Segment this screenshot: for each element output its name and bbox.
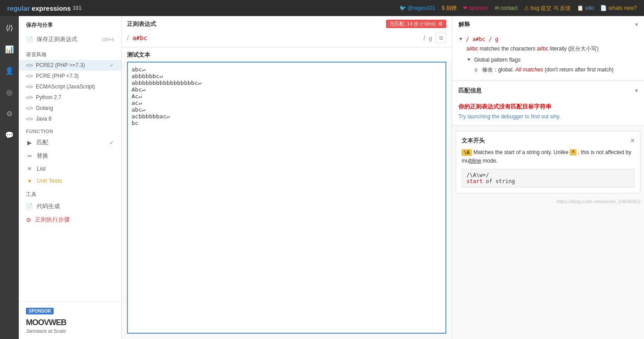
lang-item-java[interactable]: </> Java 8 — [19, 113, 121, 124]
lang-label: PCRE (PHP <7.3) — [36, 73, 79, 79]
sidebar-icon-settings[interactable]: ⚙ — [2, 106, 17, 121]
no-match-text: 无匹配, 14 步 (~0ms) — [390, 21, 436, 27]
sponsor-section: SPONSOR MOOVWEB Jamstack at Scale — [19, 301, 121, 339]
func-label: 替换 — [37, 152, 48, 160]
match-icon: ▶ — [26, 139, 33, 146]
tool-codegen[interactable]: 📄 代码生成 — [19, 200, 121, 213]
left-panel: 保存与分享 📄 保存正则表达式 ctrl+s 语言风格 </> PCRE2 (P… — [19, 16, 122, 339]
twitter-link[interactable]: 🐦 @regex101 — [399, 5, 436, 11]
sidebar-icon-regex[interactable]: ⟨/⟩ — [2, 21, 17, 35]
logo-regular: regular — [7, 4, 30, 12]
exp-no-return: (don't return after first match) — [545, 67, 614, 73]
test-section: 测试文本 abc↵ abbbbbbc↵ abbbbbbbbbbbbbbbbbc↵… — [122, 47, 452, 339]
exp-main-desc: a#bc matches the characters a#bc literal… — [466, 45, 598, 53]
lang-label: Java 8 — [36, 116, 51, 122]
match-info-section: 匹配信息 ▾ 你的正则表达式没有匹配目标字符串 Try launching th… — [452, 82, 644, 126]
exp-main-desc-row: a#bc matches the characters a#bc literal… — [466, 44, 638, 54]
lang-label: Python 2.7 — [36, 94, 61, 100]
save-button[interactable]: 📄 保存正则表达式 ctrl+s — [19, 32, 121, 47]
close-icon[interactable]: × — [631, 137, 635, 145]
tooltip-title: 文本开头 — [462, 137, 485, 145]
test-title: 测试文本 — [127, 51, 150, 58]
save-icon: 📄 — [26, 36, 33, 43]
lang-item-golang[interactable]: </> Golang — [19, 103, 121, 113]
top-nav-links: 🐦 @regex101 $ 捐赠 ❤ sponsor ✉ contact ⚠ b… — [399, 4, 637, 12]
exp-code: / a#bc / g — [466, 35, 498, 44]
regex-header: 正则表达式 无匹配, 14 步 (~0ms) ⚙ — [122, 16, 452, 31]
regex-copy-button[interactable]: ⧉ — [436, 33, 446, 43]
tool-debugger[interactable]: ⚙ 正则执行步骤 — [19, 213, 121, 226]
explanation-header[interactable]: 解释 ▾ — [452, 16, 644, 33]
wiki-link[interactable]: 📋 wiki — [577, 5, 594, 11]
tooltip-code-comment: start of string — [466, 178, 630, 184]
func-unit-tests[interactable]: ● Unit Tests — [19, 175, 121, 187]
tooltip-section: 文本开头 × \A Matches the start of a string … — [456, 131, 640, 193]
exp-modify-text: 修改：global. All matches (don't return aft… — [482, 66, 614, 74]
contact-link[interactable]: ✉ contact — [495, 5, 518, 11]
func-match[interactable]: ▶ 匹配 ✓ — [19, 136, 121, 149]
tooltip-badge-warn: ^ — [570, 149, 576, 155]
code-icon: </> — [26, 116, 33, 121]
exp-global-row: ▼ Global pattern flags — [466, 55, 638, 65]
test-textarea[interactable]: abc↵ abbbbbbc↵ abbbbbbbbbbbbbbbbbc↵ Abc↵… — [127, 62, 446, 334]
lang-item-python[interactable]: </> Python 2.7 — [19, 92, 121, 103]
check-icon: ✓ — [109, 139, 114, 146]
bug-link[interactable]: ⚠ bug 提交 与 反馈 — [524, 4, 571, 12]
sidebar-icon-community[interactable]: ◎ — [2, 85, 17, 99]
list-icon: ≡ — [26, 165, 33, 172]
lang-item-ecma[interactable]: </> ECMAScript (JavaScript) — [19, 81, 121, 92]
sponsor-badge: SPONSOR — [26, 308, 54, 314]
match-info-header[interactable]: 匹配信息 ▾ — [452, 82, 644, 99]
tools-section-title: 工具 — [19, 187, 121, 200]
collapse-arrow[interactable]: ▼ — [458, 35, 463, 43]
chevron-down-icon: ▾ — [635, 88, 638, 94]
func-replace[interactable]: ✂ 替换 — [19, 149, 121, 163]
sidebar-icon-user[interactable]: 👤 — [2, 63, 17, 78]
explanation-section: 解释 ▾ ▼ / a#bc / g a#bc matches the chara… — [452, 16, 644, 80]
match-info-content: 你的正则表达式没有匹配目标字符串 Try launching the debug… — [452, 99, 644, 125]
right-panel: 解释 ▾ ▼ / a#bc / g a#bc matches the chara… — [452, 16, 644, 339]
code-icon: </> — [26, 63, 33, 68]
func-label: Unit Tests — [37, 177, 62, 184]
tooltip-body1: Matches the start of a string only. Unli… — [474, 149, 570, 155]
exp-g-flag: g — [475, 66, 478, 74]
sponsor-link[interactable]: ❤ sponsor — [463, 5, 488, 11]
exp-tree-row-root: ▼ / a#bc / g — [458, 35, 638, 44]
settings-icon[interactable]: ⚙ — [438, 21, 443, 27]
func-list[interactable]: ≡ List — [19, 163, 121, 175]
explanation-content: ▼ / a#bc / g a#bc matches the characters… — [452, 33, 644, 80]
tooltip-header: 文本开头 × — [462, 137, 635, 145]
func-label: List — [37, 165, 46, 172]
lang-item-pcre2[interactable]: </> PCRE2 (PHP >=7.3) ✓ — [19, 60, 121, 71]
exp-desc-text: matches the characters — [479, 46, 537, 52]
main-layout: ⟨/⟩ 📊 👤 ◎ ⚙ 💬 保存与分享 📄 保存正则表达式 ctrl+s 语言风… — [0, 16, 644, 339]
watermark: https://blog.csdn.net/weixin_54646913 — [452, 197, 644, 206]
replace-icon: ✂ — [26, 153, 33, 159]
tool-label: 正则执行步骤 — [35, 216, 70, 224]
sidebar-icon-messages[interactable]: 💬 — [2, 128, 17, 142]
save-section-title: 保存与分享 — [19, 16, 121, 32]
exp-global-desc-row: g 修改：global. All matches (don't return a… — [475, 65, 638, 75]
lang-label: PCRE2 (PHP >=7.3) — [36, 62, 85, 68]
regex-flags: g — [429, 35, 432, 42]
code-icon: </> — [26, 73, 33, 79]
regex-input-row: / / g ⧉ — [122, 31, 452, 47]
center-panel: 正则表达式 无匹配, 14 步 (~0ms) ⚙ / / g ⧉ 测试文本 ab… — [122, 16, 452, 339]
codegen-icon: 📄 — [26, 203, 33, 210]
collapse-arrow-global[interactable]: ▼ — [466, 56, 471, 64]
regex-input[interactable] — [132, 34, 420, 42]
test-header: 测试文本 — [122, 47, 452, 62]
debugger-hint-link[interactable]: Try launching the debugger to find out w… — [458, 113, 638, 120]
regex-section: 正则表达式 无匹配, 14 步 (~0ms) ⚙ / / g ⧉ — [122, 16, 452, 47]
logo-version: 101 — [72, 5, 81, 11]
icon-sidebar: ⟨/⟩ 📊 👤 ◎ ⚙ 💬 — [0, 16, 19, 339]
tool-label: 代码生成 — [37, 202, 60, 210]
lang-item-pcre[interactable]: </> PCRE (PHP <7.3) — [19, 71, 121, 81]
exp-global-label: Global pattern flags — [474, 56, 521, 64]
whatsnew-link[interactable]: 📄 whats new? — [600, 5, 637, 11]
tooltip-badge: \A — [462, 149, 472, 156]
logo-expressions: expressions — [32, 4, 71, 12]
sidebar-icon-chart[interactable]: 📊 — [2, 42, 17, 56]
donate-link[interactable]: $ 捐赠 — [441, 4, 457, 12]
tooltip-multiline: ltiline — [469, 158, 481, 164]
